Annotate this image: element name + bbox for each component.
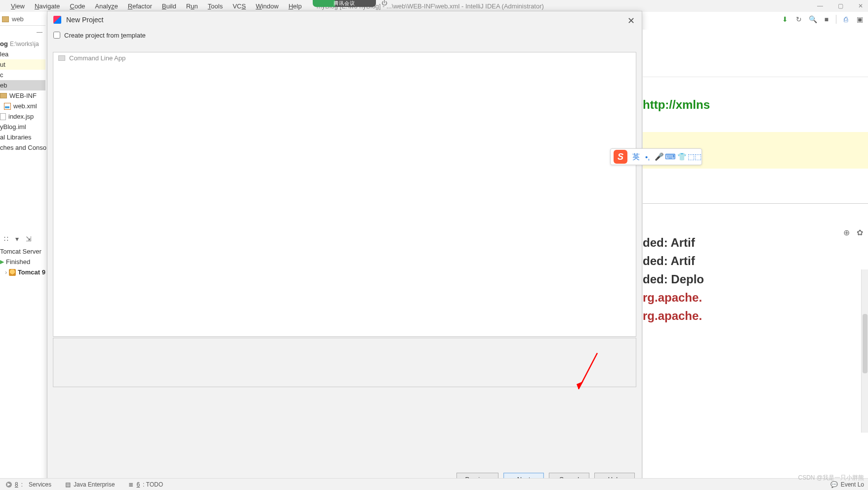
dialog-close-icon[interactable]: ✕	[627, 15, 635, 26]
tree-root[interactable]: ogE:\works\ja	[0, 39, 45, 49]
sync-icon[interactable]: ↻	[794, 15, 803, 24]
create-from-template-row[interactable]: Create project from template	[47, 28, 642, 42]
template-description	[53, 338, 636, 387]
menu-analyze[interactable]: Analyze	[90, 1, 123, 11]
services-header[interactable]: Tomcat Server	[0, 246, 45, 257]
services-item-tomcat[interactable]: ›Tomcat 9	[0, 267, 45, 277]
menu-view[interactable]: View	[6, 1, 30, 11]
menu-build[interactable]: Build	[157, 1, 181, 11]
status-bar: ▶8: Services ▤Java Enterprise ≣6: TODO 💬…	[0, 478, 868, 490]
tree-node-webinf[interactable]: WEB-INF	[0, 90, 45, 101]
menu-bar: View Navigate Code Analyze Refactor Buil…	[0, 0, 868, 12]
template-list[interactable]: Command Line App	[53, 52, 636, 337]
template-folder-icon	[58, 55, 65, 61]
menu-help[interactable]: Help	[284, 1, 307, 11]
tree-node-libs[interactable]: al Libraries	[0, 132, 45, 142]
editor-toolbar: ⊕ ✿	[843, 223, 863, 242]
status-services[interactable]: ▶8: Services	[6, 481, 51, 488]
sogou-ime-toolbar[interactable]: S 英 •, 🎤 ⌨ 👕 ⬚⬚	[610, 148, 702, 165]
tree-node[interactable]: lea	[0, 49, 45, 59]
window-close-icon[interactable]: ✕	[858, 2, 863, 9]
target-icon[interactable]: ⊕	[843, 223, 850, 242]
stop-icon[interactable]: ■	[822, 15, 831, 24]
sogou-logo-icon[interactable]: S	[614, 150, 627, 164]
ime-voice-icon[interactable]: 🎤	[653, 152, 664, 161]
xml-file-icon	[4, 103, 11, 110]
search-icon[interactable]: 🔍	[808, 15, 817, 24]
update-icon[interactable]: ⬇	[781, 15, 789, 24]
status-java-enterprise[interactable]: ▤Java Enterprise	[65, 481, 115, 488]
menu-run[interactable]: Run	[181, 1, 203, 11]
editor-scrollbar[interactable]	[861, 269, 868, 433]
list-icon: ≣	[128, 481, 133, 488]
dialog-titlebar[interactable]: New Project	[47, 11, 642, 28]
play-icon: ▶	[6, 482, 12, 488]
stack-icon: ▤	[65, 481, 71, 488]
ime-keyboard-icon[interactable]: ⌨	[665, 152, 676, 161]
pin-icon[interactable]: ⇲	[26, 235, 32, 243]
services-panel: Tomcat Server ▶Finished ›Tomcat 9	[0, 246, 45, 277]
grid-icon[interactable]: ∷	[4, 235, 8, 243]
breadcrumb[interactable]: web	[0, 13, 45, 26]
tree-node[interactable]: ut	[0, 59, 45, 70]
dialog-title: New Project	[66, 16, 103, 24]
tencent-meeting-badge: 腾讯会议	[313, 0, 376, 7]
ime-menu-icon[interactable]: ⬚⬚	[688, 152, 702, 161]
project-tree[interactable]: ogE:\works\ja lea ut c eb WEB-INF web.xm…	[0, 39, 45, 153]
tomcat-icon	[9, 269, 16, 276]
tree-node[interactable]: c	[0, 70, 45, 80]
gear-icon[interactable]: ✿	[857, 223, 863, 242]
ime-skin-icon[interactable]: 👕	[676, 152, 688, 161]
folder-icon	[2, 16, 9, 22]
separator	[836, 15, 836, 24]
file-icon	[0, 113, 6, 120]
xml-attr-text: http://xmlns	[643, 98, 710, 111]
menu-refactor[interactable]: Refactor	[123, 1, 157, 11]
breadcrumb-label: web	[12, 15, 24, 23]
window-minimize-icon[interactable]: —	[817, 2, 823, 9]
intellij-icon	[53, 16, 61, 24]
filter-icon[interactable]: ▾	[15, 235, 19, 243]
create-from-template-checkbox[interactable]	[53, 32, 60, 39]
menu-navigate[interactable]: Navigate	[30, 1, 65, 11]
services-toolbar: ∷ ▾ ⇲	[0, 232, 45, 245]
layout-icon[interactable]: ⎙	[841, 15, 850, 24]
ime-lang[interactable]: 英	[630, 152, 642, 162]
tree-node-indexjsp[interactable]: index.jsp	[0, 111, 45, 122]
tree-node-iml[interactable]: yBlog.iml	[0, 122, 45, 132]
folder-icon	[0, 93, 7, 98]
window-maximize-icon[interactable]: ▢	[838, 2, 843, 9]
window-controls: — ▢ ✕	[817, 0, 863, 12]
menu-tools[interactable]: Tools	[203, 1, 228, 11]
services-status[interactable]: ▶Finished	[0, 257, 45, 267]
create-from-template-label: Create project from template	[64, 32, 146, 39]
new-project-dialog: New Project ✕ Create project from templa…	[47, 11, 642, 490]
status-todo[interactable]: ≣6: TODO	[128, 481, 163, 488]
csdn-watermark: CSDN @我是一只小胖熊	[798, 474, 864, 482]
menu-code[interactable]: Code	[65, 1, 90, 11]
template-item-command-line[interactable]: Command Line App	[53, 52, 636, 63]
ime-punct[interactable]: •,	[642, 153, 653, 161]
toolbar-right: ⬇ ↻ 🔍 ■ ⎙ ▣	[781, 15, 864, 24]
menu-window[interactable]: Window	[251, 1, 284, 11]
editor-preview: http://xmlns ⊕ ✿ ded: Artif ded: Artif d…	[643, 30, 868, 478]
menu-vcs[interactable]: VCS	[228, 1, 251, 11]
scrollbar-thumb[interactable]	[863, 314, 868, 373]
tree-node-webxml[interactable]: web.xml	[0, 101, 45, 111]
tree-node-selected[interactable]: eb	[0, 80, 45, 90]
tree-node-scratches[interactable]: ches and Conso	[0, 142, 45, 153]
panel-icon[interactable]: ▣	[855, 15, 864, 24]
play-icon: ▶	[0, 259, 4, 265]
collapse-handle[interactable]: —	[0, 27, 45, 38]
